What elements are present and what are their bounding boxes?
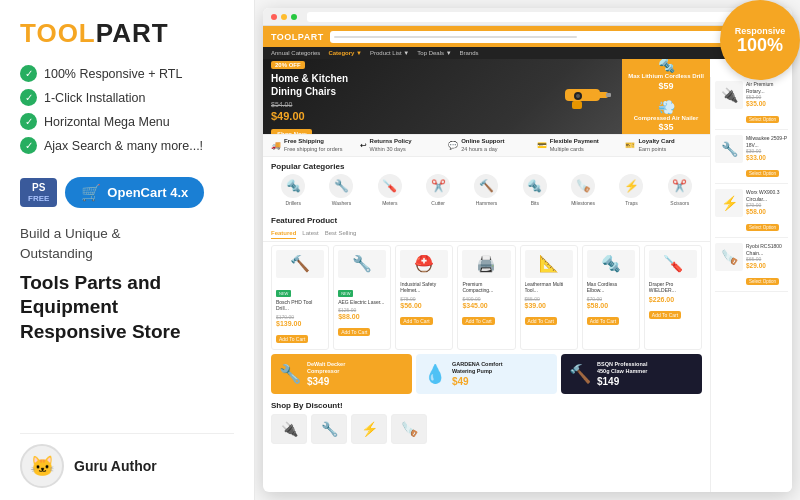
- feature-item: ✓ Horizontal Mega Menu: [20, 113, 234, 130]
- promo-banners: 🔧 DeWalt DeckerCompressor $349 💧 GARDENA…: [263, 350, 710, 398]
- promo-banner-bsqn[interactable]: 🔨 BSQN Professional450g Claw Hammer $149: [561, 354, 702, 394]
- category-circle: 🪚: [571, 174, 595, 198]
- product-price: $88.00: [338, 313, 386, 320]
- add-to-cart-button[interactable]: Add To Cart: [276, 335, 308, 343]
- site-logo: TOOLPART: [271, 32, 324, 42]
- shop-discount-title: Shop By Discount!: [263, 398, 710, 412]
- category-traps[interactable]: ⚡ Traps: [609, 174, 653, 206]
- add-to-cart-button[interactable]: Add To Cart: [587, 317, 619, 325]
- add-to-cart-button[interactable]: Add To Cart: [462, 317, 494, 325]
- add-to-cart-button[interactable]: Add To Cart: [525, 317, 557, 325]
- hero-product-image: [555, 64, 620, 129]
- right-side-products: 🔌 Air Premium Rotary... $52.00 $35.00 Se…: [710, 77, 792, 492]
- product-image: 🔨: [276, 250, 324, 278]
- tab-best-selling[interactable]: Best Selling: [325, 230, 357, 239]
- promo-banner-gardena[interactable]: 💧 GARDENA ComfortWatering Pump $49: [416, 354, 557, 394]
- category-milestones[interactable]: 🪚 Milestones: [561, 174, 605, 206]
- svg-rect-2: [606, 93, 611, 97]
- side-product-image: ⚡: [715, 189, 743, 217]
- drill-svg: [560, 74, 615, 119]
- discount-item[interactable]: ⚡: [351, 414, 387, 444]
- category-washers[interactable]: 🔧 Washers: [319, 174, 363, 206]
- pump-icon: 💧: [424, 363, 446, 385]
- product-image: 🪛: [649, 250, 697, 278]
- hero-title: Home & KitchenDining Chairs: [271, 72, 348, 98]
- avatar: 🐱: [20, 444, 64, 488]
- ps-badge: PS FREE: [20, 178, 57, 208]
- hammer-icon: 🔨: [569, 363, 591, 385]
- loyalty-icon: 🎫: [625, 141, 635, 150]
- product-name: Leatherman Multi Tool...: [525, 281, 573, 294]
- category-drillers[interactable]: 🔩 Drillers: [271, 174, 315, 206]
- site-nav: Annual Categories Category ▼ Product Lis…: [263, 47, 792, 59]
- check-icon: ✓: [20, 137, 37, 154]
- select-option-button[interactable]: Select Option: [746, 170, 779, 177]
- product-price: $56.00: [400, 302, 448, 309]
- side-product-name: Ryobi RCS1800 Chain...: [746, 243, 788, 256]
- site-search-bar[interactable]: [330, 31, 744, 43]
- browser-url-bar: [307, 12, 778, 22]
- feature-item: ✓ Ajax Search & many more...!: [20, 137, 234, 154]
- new-badge: NEW: [276, 290, 291, 297]
- select-option-button[interactable]: Select Option: [746, 278, 779, 285]
- svg-rect-3: [572, 101, 582, 109]
- tab-featured[interactable]: Featured: [271, 230, 296, 239]
- category-meters[interactable]: 🪛 Meters: [368, 174, 412, 206]
- category-bits[interactable]: 🔩 Bits: [513, 174, 557, 206]
- site-nav-item[interactable]: Annual Categories: [271, 50, 320, 56]
- product-card: 📐 Leatherman Multi Tool... $55.00 $39.00…: [520, 245, 578, 350]
- category-hammers[interactable]: 🔨 Hammers: [464, 174, 508, 206]
- promo-banner-dewalt[interactable]: 🔧 DeWalt DeckerCompressor $349: [271, 354, 412, 394]
- add-to-cart-button[interactable]: Add To Cart: [338, 328, 370, 336]
- info-returns: ↩ Returns PolicyWithin 30 days: [360, 138, 437, 153]
- author-name: Guru Author: [74, 458, 157, 474]
- opencart-badge[interactable]: 🛒 OpenCart 4.x: [65, 177, 204, 208]
- site-nav-item-deals[interactable]: Top Deals ▼: [417, 50, 451, 56]
- side-product-item: 🔌 Air Premium Rotary... $52.00 $35.00 Se…: [715, 81, 788, 130]
- info-payment: 💳 Flexible PaymentMultiple cards: [537, 138, 614, 153]
- select-option-button[interactable]: Select Option: [746, 116, 779, 123]
- product-image: ⛑️: [400, 250, 448, 278]
- returns-icon: ↩: [360, 141, 367, 150]
- category-scissors[interactable]: ✂️ Scissors: [658, 174, 702, 206]
- hero-shop-btn[interactable]: Shop Now: [271, 129, 312, 134]
- product-image: 🖨️: [462, 250, 510, 278]
- site-nav-item-product[interactable]: Product List ▼: [370, 50, 409, 56]
- category-circle: ✂️: [426, 174, 450, 198]
- site-nav-item-brands[interactable]: Brands: [460, 50, 479, 56]
- side-product-image: 🔌: [715, 81, 743, 109]
- hero-price: $49.00: [271, 110, 348, 122]
- category-circle: 🔨: [474, 174, 498, 198]
- promo-banner-price: $149: [597, 376, 694, 387]
- discount-item[interactable]: 🔌: [271, 414, 307, 444]
- side-product-info: Air Premium Rotary... $52.00 $35.00 Sele…: [746, 81, 788, 125]
- site-nav-item-category[interactable]: Category ▼: [328, 50, 362, 56]
- featured-title: Featured Product: [263, 211, 710, 228]
- shipping-icon: 🚚: [271, 141, 281, 150]
- headline: Tools Parts andEquipmentResponsive Store: [20, 271, 234, 345]
- side-product-price: $29.00: [746, 262, 788, 269]
- info-strip: 🚚 Free ShippingFree shipping for orders …: [263, 134, 710, 157]
- product-image: 📐: [525, 250, 573, 278]
- product-card: 🔩 Max Cordless Elbow... $70.00 $58.00 Ad…: [582, 245, 640, 350]
- side-product-image: 🪚: [715, 243, 743, 271]
- add-to-cart-button[interactable]: Add To Cart: [400, 317, 432, 325]
- select-option-button[interactable]: Select Option: [746, 224, 779, 231]
- category-circle: 🔩: [281, 174, 305, 198]
- logo-part: PART: [96, 18, 169, 49]
- payment-icon: 💳: [537, 141, 547, 150]
- discount-item[interactable]: 🔧: [311, 414, 347, 444]
- product-name: Draper Pro WIELDER...: [649, 281, 697, 294]
- side-product-name: Air Premium Rotary...: [746, 81, 788, 94]
- discount-items: 🔌 🔧 ⚡ 🪚: [263, 412, 710, 448]
- info-support: 💬 Online Support24 hours a day: [448, 138, 525, 153]
- tab-latest[interactable]: Latest: [302, 230, 318, 239]
- category-cutter[interactable]: ✂️ Cutter: [416, 174, 460, 206]
- browser-expand-dot: [291, 14, 297, 20]
- add-to-cart-button[interactable]: Add To Cart: [649, 311, 681, 319]
- discount-item[interactable]: 🪚: [391, 414, 427, 444]
- browser-mockup: TOOLPART Annual Categories: [263, 8, 792, 492]
- product-image: 🔩: [587, 250, 635, 278]
- browser-bar: [263, 8, 792, 26]
- product-card: ⛑️ Industrial Safety Helmet... $78.00 $5…: [395, 245, 453, 350]
